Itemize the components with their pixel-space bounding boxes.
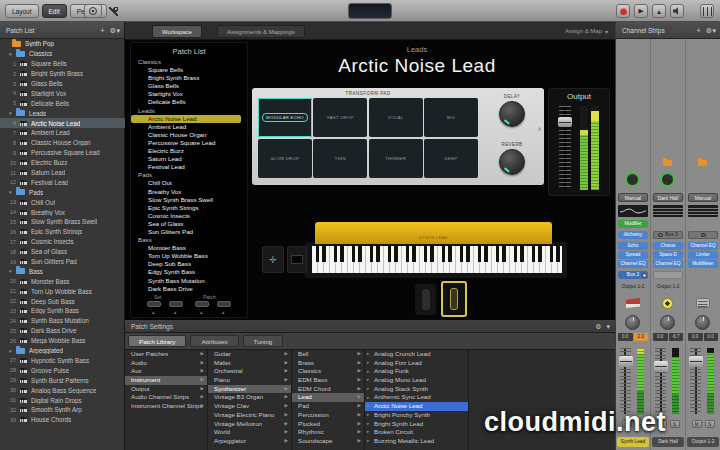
solo-button[interactable]: S: [670, 420, 680, 428]
input-slot[interactable]: Bus 3: [653, 231, 683, 239]
library-item-analog-fizz-lead[interactable]: ▸Analog Fizz Lead: [365, 359, 468, 368]
ws-patch-breathy-vox[interactable]: Breathy Vox: [131, 188, 247, 196]
expression-knob[interactable]: [625, 172, 640, 187]
library-item-soundscape[interactable]: Soundscape▶: [292, 437, 364, 446]
ws-patch-delicate-bells[interactable]: Delicate Bells: [131, 98, 247, 106]
patch-row-sea-of-glass[interactable]: 18Sea of Glass: [0, 247, 125, 257]
library-item-vintage-clav[interactable]: Vintage Clav▶: [208, 402, 291, 411]
transform-pad-vocal[interactable]: VOCAL: [369, 98, 423, 137]
eq-thumbnail[interactable]: [688, 205, 718, 217]
ws-patch-square-bells[interactable]: Square Bells: [131, 66, 247, 74]
library-item-world[interactable]: World▶: [208, 428, 291, 437]
transform-pad-deep[interactable]: DEEP: [424, 139, 478, 178]
ws-patch-synth-bass-mutation[interactable]: Synth Bass Mutation: [131, 277, 247, 285]
ws-patch-electric-buzz[interactable]: Electric Buzz: [131, 147, 247, 155]
patch-row-smooth-synth-arp[interactable]: 32Smooth Synth Arp: [0, 405, 125, 415]
library-item-analog-crunch-lead[interactable]: ▸Analog Crunch Lead: [365, 350, 468, 359]
panel-menu-icon[interactable]: ▾: [606, 320, 610, 333]
keyboard-keys[interactable]: [312, 246, 562, 273]
library-item-analog-mono-lead[interactable]: ▸Analog Mono Lead: [365, 376, 468, 385]
send-slot[interactable]: Bus 3: [618, 271, 648, 279]
patch-row-starlight-vox[interactable]: 4Starlight Vox: [0, 88, 125, 98]
ws-patch-edgy-synth-bass[interactable]: Edgy Synth Bass: [131, 268, 247, 276]
patch-folder-pads[interactable]: ▾Pads: [0, 187, 125, 197]
fx-slot-spread[interactable]: Spread: [618, 251, 648, 259]
transform-pad-thinner[interactable]: THINNER: [369, 139, 423, 178]
patch-row-epic-synth-strings[interactable]: 16Epic Synth Strings: [0, 227, 125, 237]
patch-row-classic-house-organ[interactable]: 8Classic House Organ: [0, 138, 125, 148]
ws-patch-cosmic-insects[interactable]: Cosmic Insects: [131, 212, 247, 220]
patch-folder-bass[interactable]: ▾Bass: [0, 266, 125, 276]
mute-button[interactable]: M: [692, 420, 702, 428]
patch-row-sun-glitters-pad[interactable]: 19Sun Glitters Pad: [0, 257, 125, 267]
fx-slot-channel-eq[interactable]: Channel EQ: [688, 242, 718, 250]
fx-slot-space-d[interactable]: Space D: [653, 251, 683, 259]
patch-row-slow-synth-brass-swell[interactable]: 15Slow Synth Brass Swell: [0, 217, 125, 227]
patch-row-synth-burst-patterns[interactable]: 29Synth Burst Patterns: [0, 375, 125, 385]
output-slot[interactable]: Output 1-2: [653, 283, 683, 291]
transform-pad-modular-echo[interactable]: MODULAR ECHO: [258, 98, 312, 137]
patch-row-edgy-synth-bass[interactable]: 23Edgy Synth Bass: [0, 306, 125, 316]
pitch-mod-control[interactable]: ✛: [262, 246, 284, 273]
patch-row-dark-bass-drive[interactable]: 25Dark Bass Drive: [0, 326, 125, 336]
black-keys[interactable]: [312, 246, 562, 262]
set-next-button[interactable]: [169, 301, 183, 307]
patch-row-glass-bells[interactable]: 3Glass Bells: [0, 79, 125, 89]
fx-slot-multimeter[interactable]: MultiMeter: [688, 260, 718, 268]
patch-row-festival-lead[interactable]: 12Festival Lead: [0, 177, 125, 187]
ws-patch-glass-bells[interactable]: Glass Bells: [131, 82, 247, 90]
strip-name[interactable]: Dark Hall: [652, 437, 684, 447]
library-item-rhythmic[interactable]: Rhythmic▶: [292, 428, 364, 437]
patch-row-percussive-square-lead[interactable]: 9Percussive Square Lead: [0, 148, 125, 158]
fx-slot-channel-eq[interactable]: Channel EQ: [653, 260, 683, 268]
library-item-buzzing-metallic-lead[interactable]: ▸Buzzing Metallic Lead: [365, 437, 468, 446]
delay-knob[interactable]: [499, 101, 525, 127]
transform-pad-fast-drop[interactable]: FAST DROP: [313, 98, 367, 137]
eq-thumbnail[interactable]: [618, 205, 648, 217]
library-item-synthesizer[interactable]: Synthesizer▶: [208, 385, 291, 394]
library-item-anthemic-sync-lead[interactable]: ▸Anthemic Sync Lead: [365, 393, 468, 402]
strip-name[interactable]: Output 1-2: [687, 437, 719, 447]
ws-patch-arctic-noise-lead[interactable]: Arctic Noise Lead: [131, 115, 241, 123]
library-item-audio[interactable]: Audio▶: [125, 359, 207, 368]
library-item-bright-synth-lead[interactable]: ▸Bright Synth Lead: [365, 420, 468, 429]
ws-patch-sun-glitters-pad[interactable]: Sun Glitters Pad: [131, 228, 247, 236]
patch-row-synth-bass-mutation[interactable]: 24Synth Bass Mutation: [0, 316, 125, 326]
library-item-arpeggiator[interactable]: Arpeggiator▶: [208, 437, 291, 446]
volume-value[interactable]: 0.0: [704, 333, 719, 341]
ws-patch-monster-bass[interactable]: Monster Bass: [131, 244, 247, 252]
library-item-lead[interactable]: Lead▶: [292, 393, 364, 402]
fader-handle[interactable]: [689, 356, 703, 367]
library-item-percussion[interactable]: Percussion▶: [292, 411, 364, 420]
ws-patch-classic-house-organ[interactable]: Classic House Organ: [131, 131, 247, 139]
send-knob-icon[interactable]: [642, 273, 647, 278]
metronome-button[interactable]: ▲: [652, 4, 666, 18]
ws-patch-starlight-vox[interactable]: Starlight Vox: [131, 90, 247, 98]
library-item-output[interactable]: Output▶: [125, 385, 207, 394]
add-strip-button[interactable]: +: [697, 22, 701, 39]
settings-gear-icon[interactable]: ⚙: [595, 320, 601, 333]
library-item-audio-channel-strips[interactable]: Audio Channel Strips▶: [125, 393, 207, 402]
patch-folder-leads[interactable]: ▾Leads: [0, 108, 125, 118]
output-slot[interactable]: Output 1-2: [618, 283, 648, 291]
mode-button-layout[interactable]: Layout: [5, 4, 39, 18]
pan-knob[interactable]: [695, 315, 710, 330]
expression-knob[interactable]: [660, 172, 675, 187]
patch-row-cosmic-insects[interactable]: 17Cosmic Insects: [0, 237, 125, 247]
ws-patch-percussive-square-lead[interactable]: Percussive Square Lead: [131, 139, 247, 147]
disclosure-triangle-icon[interactable]: ▾: [9, 189, 16, 195]
pan-value[interactable]: 0.0: [653, 333, 668, 341]
library-item-vintage-mellotron[interactable]: Vintage Mellotron▶: [208, 420, 291, 429]
solo-button[interactable]: S: [635, 420, 645, 428]
patch-row-arctic-noise-lead[interactable]: 6Arctic Noise Lead: [0, 118, 125, 128]
library-item-brass[interactable]: Brass▶: [292, 359, 364, 368]
library-item-instrument-channel-strips[interactable]: Instrument Channel Strips▶: [125, 402, 207, 411]
patch-row-monster-bass[interactable]: 20Monster Bass: [0, 276, 125, 286]
patch-row-saturn-lead[interactable]: 11Saturn Lead: [0, 168, 125, 178]
library-item-bright-punchy-synth[interactable]: ▸Bright Punchy Synth: [365, 411, 468, 420]
library-item-pad[interactable]: Pad▶: [292, 402, 364, 411]
library-item-user-patches[interactable]: User Patches▶: [125, 350, 207, 359]
patch-row-breathy-vox[interactable]: 14Breathy Vox: [0, 207, 125, 217]
ws-patch-epic-synth-strings[interactable]: Epic Synth Strings: [131, 204, 247, 212]
tuner-button[interactable]: [84, 4, 102, 18]
